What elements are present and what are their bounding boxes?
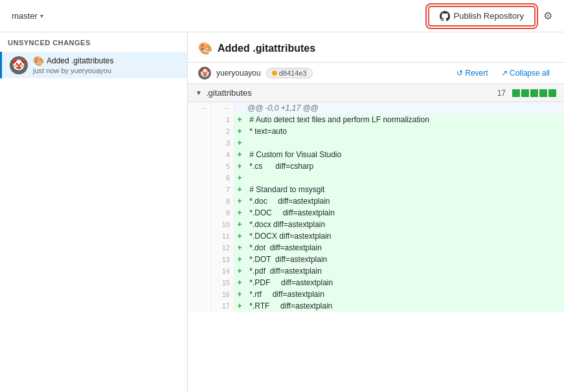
line-num-old [188,230,211,242]
line-num-old [188,195,211,207]
line-num-old [188,149,211,160]
collapse-label: ↗ Collapse all [501,69,550,78]
diff-line-row: 3+ [188,137,564,149]
gear-icon: ⚙ [543,10,552,22]
commit-hash-badge[interactable]: d8414e3 [266,68,313,78]
line-num-new: 16 [211,289,234,300]
line-content: *.dot diff=astextplain [245,242,564,254]
line-content: # Standard to msysgit [245,184,564,195]
diff-line-row: 13+ *.DOT diff=astextplain [188,254,564,265]
line-num-new: 13 [211,254,234,265]
line-content: *.DOC diff=astextplain [245,207,564,219]
line-num-old [188,184,211,195]
line-prefix: + [234,277,245,289]
line-prefix: + [234,114,245,125]
line-content: *.DOCX diff=astextplain [245,230,564,242]
line-num-new: 10 [211,219,234,230]
diff-line-row: 17+ *.RTF diff=astextplain [188,300,564,312]
publish-label: Publish Repository [454,11,524,21]
diff-added-lines: 1+ # Auto detect text files and perform … [188,114,564,312]
file-diff-header[interactable]: ▼ .gitattributes 17 [188,84,564,102]
line-num-old [188,172,211,184]
diff-line-row: 11+ *.DOCX diff=astextplain [188,230,564,242]
diff-line-row: 7+ # Standard to msysgit [188,184,564,195]
author-avatar: 🤡 [198,67,211,80]
line-content [245,137,564,149]
line-prefix: + [234,172,245,184]
line-content: *.PDF diff=astextplain [245,277,564,289]
revert-button[interactable]: ↺ Revert [453,67,492,79]
line-num-new: 8 [211,195,234,207]
line-prefix: + [234,242,245,254]
branch-selector[interactable]: master ▾ [6,8,49,23]
diff-bar-2 [521,89,529,97]
line-num-old [188,207,211,219]
diff-line-row: 9+ *.DOC diff=astextplain [188,207,564,219]
diff-line-row: 15+ *.PDF diff=astextplain [188,277,564,289]
commit-emoji: 🎨 [33,56,44,66]
line-content: *.DOT diff=astextplain [245,254,564,265]
line-prefix: + [234,300,245,312]
file-diff-name: .gitattributes [206,88,493,98]
line-num-new: 11 [211,230,234,242]
line-content: *.rtf diff=astextplain [245,289,564,300]
sidebar: Unsynced changes 🤡 🎨 Added .gitattribute… [0,32,188,392]
diff-line-row: 10+ *.docx diff=astextplain [188,219,564,230]
diff-bar-4 [539,89,547,97]
line-prefix: + [234,207,245,219]
line-num-old [188,289,211,300]
branch-name: master [12,11,38,21]
line-num-old [188,219,211,230]
line-prefix: + [234,254,245,265]
file-diff-chevron-icon: ▼ [196,89,202,96]
line-num-old: ··· [188,102,211,114]
file-diff: ▼ .gitattributes 17 ··· ··· @ [188,84,564,312]
commit-hash-dot [272,71,277,76]
avatar: 🤡 [10,56,28,74]
line-content: *.pdf diff=astextplain [245,265,564,277]
line-num-new: 1 [211,114,234,125]
diff-bar-1 [512,89,520,97]
commit-info: 🎨 Added .gitattributes just now by yuery… [33,56,179,74]
commit-title: 🎨 Added .gitattributes [33,56,179,66]
diff-stat-bars [512,89,556,97]
diff-line-row: 8+ *.doc diff=astextplain [188,195,564,207]
line-num-new: 3 [211,137,234,149]
hunk-content: @@ -0,0 +1,17 @@ [245,102,564,114]
commit-header-emoji: 🎨 [198,41,212,56]
diff-stat-count: 17 [497,89,506,98]
line-num-new: 17 [211,300,234,312]
diff-lines: ··· ··· @@ -0,0 +1,17 @@ 1+ # Auto detec… [188,102,564,312]
line-num-old [188,160,211,172]
publish-repository-button[interactable]: Publish Repository [428,6,536,27]
line-content: * text=auto [245,125,564,137]
content-area: 🎨 Added .gitattributes 🤡 yueryouayou d84… [188,32,564,392]
line-num-new: 2 [211,125,234,137]
diff-line-row: 14+ *.pdf diff=astextplain [188,265,564,277]
collapse-all-button[interactable]: ↗ Collapse all [497,67,554,79]
line-content: *.docx diff=astextplain [245,219,564,230]
line-prefix: + [234,230,245,242]
line-prefix: + [234,195,245,207]
line-num-new: 12 [211,242,234,254]
settings-button[interactable]: ⚙ [538,6,558,26]
line-content: *.doc diff=astextplain [245,195,564,207]
revert-label: ↺ Revert [457,69,488,78]
line-num-old [188,114,211,125]
line-num-new: 14 [211,265,234,277]
line-prefix: + [234,289,245,300]
line-num-new: 6 [211,172,234,184]
line-prefix: + [234,149,245,160]
line-prefix: + [234,184,245,195]
diff-line-row: 6+ [188,172,564,184]
top-bar: master ▾ Publish Repository ⚙ [0,0,564,32]
line-prefix: + [234,265,245,277]
line-num-new: 15 [211,277,234,289]
commit-author: yueryouayou [216,69,261,78]
diff-line-row: 4+ # Custom for Visual Studio [188,149,564,160]
line-prefix [234,102,245,114]
commit-list-item[interactable]: 🤡 🎨 Added .gitattributes just now by yue… [0,52,187,78]
commit-subheader: 🤡 yueryouayou d8414e3 ↺ Revert ↗ Collaps… [188,63,564,84]
line-num-old [188,300,211,312]
line-content: *.cs diff=csharp [245,160,564,172]
